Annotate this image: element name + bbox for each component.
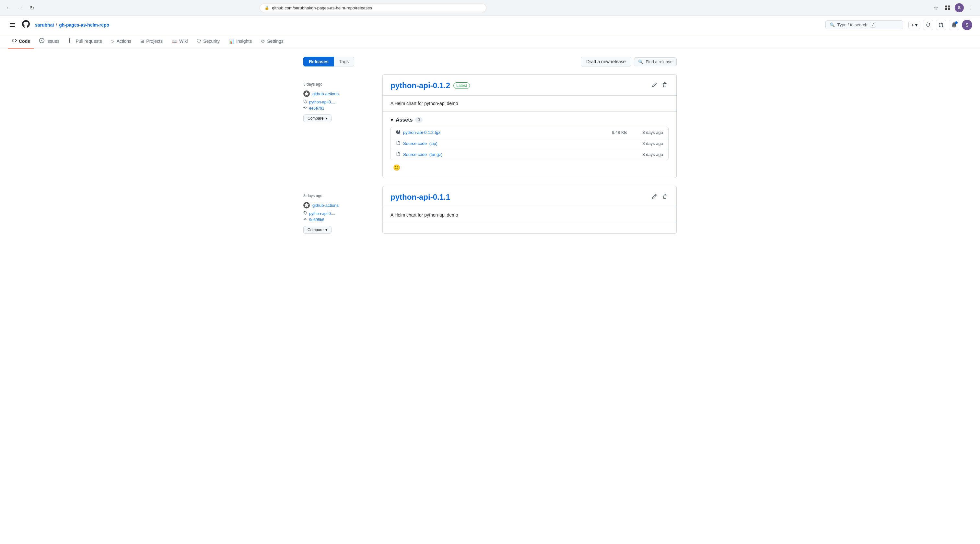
asset-tgz-link[interactable]: python-api-0.1.2.tgz: [403, 130, 612, 135]
asset-row: python-api-0.1.2.tgz 9.48 KB 3 days ago: [391, 127, 668, 138]
repo-navigation: Code Issues Pull requests ▷ Actions ⊞ Pr…: [0, 34, 980, 49]
assets-list: python-api-0.1.2.tgz 9.48 KB 3 days ago …: [390, 127, 668, 160]
nav-actions[interactable]: ▷ Actions: [107, 35, 135, 48]
assets-label: Assets: [396, 117, 412, 123]
releases-header: Releases Tags Draft a new release 🔍 Find…: [303, 57, 677, 67]
global-search[interactable]: 🔍 Type / to search /: [826, 21, 903, 29]
asset-tgz-size: 9.48 KB: [612, 130, 627, 135]
plus-icon: +: [911, 22, 914, 27]
asset-row: Source code (tar.gz) 3 days ago: [391, 149, 668, 160]
security-icon: 🔒: [264, 5, 269, 10]
nav-settings[interactable]: ⚙ Settings: [257, 35, 288, 48]
nav-settings-label: Settings: [267, 38, 283, 44]
release-commit: ee6e791: [303, 106, 375, 110]
nav-wiki[interactable]: 📖 Wiki: [168, 35, 191, 48]
commit-hash[interactable]: ee6e791: [309, 106, 325, 110]
tag-name[interactable]: python-api-0....: [309, 100, 335, 104]
tab-tags[interactable]: Tags: [334, 57, 355, 67]
release-tag: python-api-0....: [303, 99, 375, 104]
asset-tgz-date: 3 days ago: [642, 130, 663, 135]
edit-release-button[interactable]: [651, 193, 658, 202]
breadcrumb-separator: /: [56, 22, 57, 27]
compare-button[interactable]: Compare ▾: [303, 226, 331, 234]
star-button[interactable]: ☆: [931, 3, 941, 13]
commit-icon: [303, 106, 307, 110]
edit-release-button[interactable]: [651, 81, 658, 90]
breadcrumb: sarubhai / gh-pages-as-helm-repo: [35, 22, 109, 27]
compare-chevron-icon: ▾: [325, 228, 327, 232]
new-button[interactable]: + ▾: [908, 21, 920, 29]
find-release-icon: 🔍: [638, 59, 643, 64]
breadcrumb-user[interactable]: sarubhai: [35, 22, 54, 27]
forward-button[interactable]: →: [16, 3, 25, 12]
breadcrumb-repo[interactable]: gh-pages-as-helm-repo: [59, 22, 109, 27]
search-shortcut: /: [870, 22, 876, 27]
release-tag: python-api-0....: [303, 211, 375, 216]
commit-icon: [303, 217, 307, 222]
tab-releases[interactable]: Releases: [303, 57, 334, 67]
address-bar[interactable]: 🔒 github.com/sarubhai/gh-pages-as-helm-r…: [259, 3, 487, 12]
actor-avatar: [303, 91, 310, 97]
svg-rect-1: [948, 5, 950, 8]
security-nav-icon: 🛡: [197, 38, 201, 44]
release-title[interactable]: python-api-0.1.1: [390, 193, 450, 202]
timer-button[interactable]: ⏱: [923, 20, 933, 30]
github-logo[interactable]: [22, 20, 30, 30]
menu-button[interactable]: ⋮: [966, 3, 976, 13]
release-date: 3 days ago: [303, 193, 375, 198]
back-button[interactable]: ←: [4, 3, 13, 12]
actor-name[interactable]: github-actions: [312, 91, 339, 96]
tag-name[interactable]: python-api-0....: [309, 211, 335, 216]
draft-release-button[interactable]: Draft a new release: [581, 57, 631, 67]
release-date: 3 days ago: [303, 82, 375, 86]
browser-actions: ☆ S ⋮: [931, 3, 976, 13]
tag-icon: [303, 99, 307, 104]
user-avatar-header[interactable]: S: [962, 20, 972, 30]
browser-chrome: ← → ↻ 🔒 github.com/sarubhai/gh-pages-as-…: [0, 0, 980, 16]
compare-label: Compare: [307, 116, 323, 121]
compare-button[interactable]: Compare ▾: [303, 115, 331, 122]
extensions-button[interactable]: [942, 3, 953, 13]
asset-targz-date: 3 days ago: [642, 152, 663, 157]
emoji-reaction-button[interactable]: 🙂: [390, 163, 403, 172]
release-actor: github-actions: [303, 91, 375, 97]
nav-code[interactable]: Code: [8, 34, 34, 49]
delete-release-button[interactable]: [661, 193, 668, 202]
notifications-button[interactable]: [949, 20, 959, 30]
nav-insights-label: Insights: [236, 38, 252, 44]
latest-badge: Latest: [453, 82, 470, 89]
release-description: A Helm chart for python-api demo: [383, 207, 676, 223]
svg-rect-6: [10, 26, 15, 27]
assets-section: ▾ Assets 3 python-api-0.1.2.tgz 9.48 KB …: [383, 112, 676, 178]
code-icon: [12, 38, 17, 44]
reload-button[interactable]: ↻: [27, 3, 36, 12]
assets-count: 3: [415, 117, 423, 123]
release-title[interactable]: python-api-0.1.2: [390, 81, 450, 90]
commit-hash[interactable]: 9e698b6: [309, 217, 325, 222]
nav-security[interactable]: 🛡 Security: [193, 35, 224, 48]
profile-button[interactable]: S: [954, 3, 964, 13]
pr-button[interactable]: [936, 20, 946, 30]
delete-release-button[interactable]: [661, 81, 668, 90]
url-text: github.com/sarubhai/gh-pages-as-helm-rep…: [272, 5, 372, 10]
nav-issues[interactable]: Issues: [35, 34, 63, 49]
release-card-actions: [651, 193, 668, 202]
svg-rect-4: [10, 23, 15, 24]
user-avatar: S: [955, 3, 964, 12]
actor-name[interactable]: github-actions: [312, 203, 339, 208]
nav-security-label: Security: [203, 38, 220, 44]
release-card-actions: [651, 81, 668, 90]
find-release-search[interactable]: 🔍 Find a release: [634, 57, 677, 66]
compare-chevron-icon: ▾: [325, 116, 327, 121]
nav-projects[interactable]: ⊞ Projects: [137, 35, 167, 48]
nav-issues-label: Issues: [46, 38, 59, 44]
hamburger-menu[interactable]: [8, 21, 17, 29]
asset-zip-link[interactable]: Source code (zip): [403, 141, 627, 146]
asset-targz-link[interactable]: Source code (tar.gz): [403, 152, 627, 157]
asset-zip-date: 3 days ago: [642, 141, 663, 146]
nav-pull-requests[interactable]: Pull requests: [65, 34, 106, 49]
nav-wiki-label: Wiki: [179, 38, 188, 44]
notification-dot: [955, 21, 958, 24]
nav-insights[interactable]: 📊 Insights: [225, 35, 256, 48]
assets-header[interactable]: ▾ Assets 3: [390, 117, 668, 123]
